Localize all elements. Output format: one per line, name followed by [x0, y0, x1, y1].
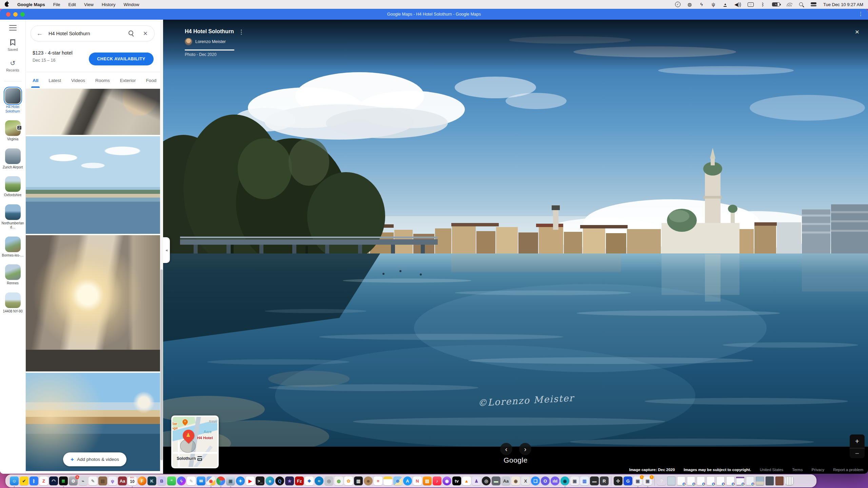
photo-thumbnail-lake[interactable] [26, 136, 160, 234]
webcam-app[interactable]: ◉ [560, 475, 569, 486]
place-zurich-airport[interactable]: Zurich Airport [1, 148, 25, 170]
diagnostics[interactable]: ⌁ [79, 475, 87, 486]
leather-app[interactable]: ▤ [98, 475, 107, 486]
photo-tab[interactable]: All [33, 73, 38, 88]
next-photo-button[interactable]: › [519, 443, 531, 455]
viewer-overflow-menu-icon[interactable]: ⋮ [238, 28, 244, 36]
zed[interactable]: Z [39, 475, 48, 486]
photo-tab[interactable]: Exterior [120, 73, 136, 88]
uploader-name[interactable]: Lorenzo Meister [195, 39, 226, 44]
o-app[interactable]: O [541, 475, 550, 486]
close-window-button[interactable] [6, 12, 11, 17]
system-settings[interactable]: ⚙ 1 [69, 475, 78, 486]
minimized-sheet-window[interactable] [736, 475, 745, 486]
mini-map[interactable]: Bar nge Y Ritterq Aare ♟ H4 Hotel Soloth… [171, 415, 219, 468]
place-rennes[interactable]: Rennes [1, 264, 25, 286]
zoom-out-button[interactable]: − [850, 448, 865, 458]
draft-notes[interactable]: ✎ [187, 475, 196, 486]
photos[interactable]: ✿ [344, 475, 353, 486]
photo-tab[interactable]: Videos [71, 73, 85, 88]
apple-tv[interactable]: tv [452, 475, 461, 486]
checkmark-app[interactable]: ✔ [20, 475, 28, 486]
home-app[interactable]: G [624, 475, 632, 486]
xquartz[interactable]: X [521, 475, 530, 486]
window-menu-icon[interactable]: ⋮ [858, 11, 863, 17]
usb-app[interactable]: ψ [108, 475, 117, 486]
photo-tab[interactable]: Food [146, 73, 156, 88]
photo-thumbnail-room[interactable] [26, 235, 160, 371]
sidebar-item-saved[interactable]: Saved [8, 39, 18, 52]
transit-app[interactable]: ⊕ [393, 475, 402, 486]
safari[interactable]: ✦ [236, 475, 245, 486]
minimized-window-screenshot[interactable] [667, 475, 676, 486]
window-titlebar[interactable]: Google Maps - H4 Hotel Solothurn - Googl… [0, 9, 868, 20]
minimized-photo-window[interactable] [765, 475, 774, 486]
missing-app[interactable]: ? [657, 475, 666, 486]
uploader-avatar[interactable] [185, 38, 192, 45]
bbedit[interactable]: B [157, 475, 166, 486]
divider-1[interactable] [610, 475, 613, 486]
terminal[interactable]: >_ [256, 475, 264, 486]
menu-app-name[interactable]: Google Maps [17, 2, 45, 7]
flash-icon[interactable]: ϟ [699, 2, 704, 7]
mail[interactable]: ✉ [197, 475, 205, 486]
news[interactable]: N [413, 475, 422, 486]
minimized-chrome-window[interactable] [687, 475, 695, 486]
collapse-panel-handle[interactable]: ◂ [163, 237, 170, 263]
zoom-window-button[interactable] [20, 12, 25, 17]
place-bormes-les[interactable]: Bormes-les-… [1, 237, 25, 258]
handbrake[interactable]: ◍ [334, 475, 343, 486]
wifi-icon[interactable] [786, 2, 792, 6]
trash[interactable] [785, 475, 794, 486]
openoffice[interactable]: ≈ [315, 475, 323, 486]
photo-thumbnail-bed[interactable] [26, 89, 160, 135]
minimized-chrome-window[interactable] [696, 475, 705, 486]
minimized-photo-window[interactable] [755, 475, 764, 486]
bluetooth-icon[interactable]: ᛒ [760, 2, 766, 7]
image-capture[interactable]: ▣ [226, 475, 235, 486]
apple-logo-icon[interactable] [5, 2, 9, 7]
minimize-window-button[interactable] [13, 12, 18, 17]
clear-search-icon[interactable]: × [143, 29, 147, 38]
calendar[interactable]: DEC 10 [128, 475, 137, 486]
print-queue[interactable]: ▥ [580, 475, 589, 486]
appstore[interactable]: A [403, 475, 412, 486]
photo-tab[interactable]: Rooms [95, 73, 110, 88]
input-source-icon[interactable]: ∷ [748, 2, 754, 7]
speedtest[interactable]: ◠ [49, 475, 58, 486]
search-box[interactable]: ← H4 Hotel Solothurn × [31, 25, 155, 41]
panel-scrollbar[interactable] [160, 20, 163, 474]
lectern-app[interactable]: ♟ [472, 475, 481, 486]
place-oxfordshire[interactable]: Oxfordshire [1, 176, 25, 198]
menu-item[interactable]: View [84, 2, 94, 7]
sidebar-item-recents[interactable]: ↺ Recents [6, 60, 19, 72]
place-14408-ny-90[interactable]: 14408 NY-90 [1, 292, 25, 314]
waveform-app[interactable]: ılıl [551, 475, 559, 486]
scrollbar-thumb[interactable] [160, 269, 163, 460]
back-arrow-icon[interactable]: ← [31, 30, 48, 37]
scanner[interactable]: ▬ [590, 475, 599, 486]
eject-icon[interactable]: ▲ [723, 2, 728, 7]
rstudio[interactable]: R [600, 475, 609, 486]
photo-tab[interactable]: Latest [48, 73, 61, 88]
gimp[interactable]: ◉ [511, 475, 520, 486]
google-maps[interactable]: ◉ [206, 475, 215, 486]
kindle[interactable]: K [147, 475, 156, 486]
usb-icon[interactable]: ψ [711, 2, 716, 7]
minimized-chrome-window[interactable] [716, 475, 725, 486]
volume-icon[interactable]: ◀)) [734, 2, 741, 7]
chrome[interactable]: ○ [216, 475, 225, 486]
add-photos-button[interactable]: + Add photos & videos [63, 452, 126, 466]
filezilla[interactable]: Fz [295, 475, 304, 486]
place-virginia[interactable]: 2 Virginia [1, 120, 25, 142]
firefox[interactable]: F [138, 475, 146, 486]
bluetooth-app[interactable]: ᛒ [29, 475, 38, 486]
edge[interactable]: e [265, 475, 274, 486]
divider-2[interactable] [653, 475, 656, 486]
minimized-chrome-window[interactable] [726, 475, 735, 486]
keys-app[interactable]: ✣ [614, 475, 623, 486]
menu-clock[interactable]: Tue Dec 10 9:27 AM [823, 2, 863, 7]
place-northumberland[interactable]: Northumberland… [1, 204, 25, 230]
striped-circle-icon[interactable]: ◍ [687, 2, 692, 7]
previous-photo-button[interactable]: ‹ [500, 443, 512, 455]
